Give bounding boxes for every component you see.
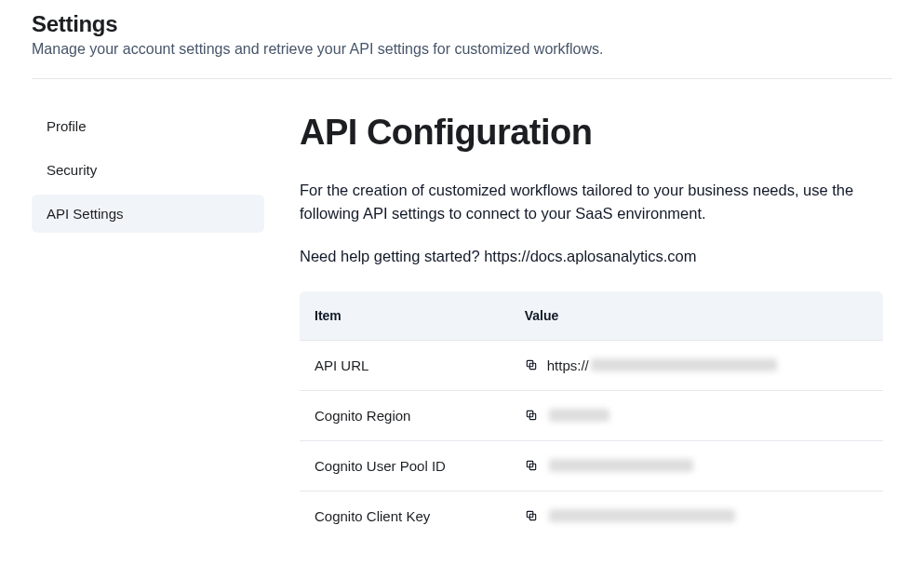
column-header-item: Item — [300, 291, 510, 341]
main-content: API Configuration For the creation of cu… — [281, 107, 892, 541]
value-prefix: https:// — [547, 357, 589, 373]
redacted-value — [549, 459, 693, 472]
item-cell: Cognito Region — [300, 390, 510, 440]
copy-button[interactable] — [525, 459, 538, 472]
column-header-value: Value — [510, 291, 883, 341]
table-row: Cognito Client Key — [300, 491, 883, 541]
main-description: For the creation of customized workflows… — [300, 179, 883, 225]
redacted-value — [549, 409, 609, 422]
redacted-value — [549, 509, 735, 522]
api-settings-table: Item Value API URL — [300, 291, 883, 541]
copy-button[interactable] — [525, 358, 538, 371]
value-text — [547, 509, 735, 522]
table-row: Cognito Region — [300, 390, 883, 440]
copy-icon — [525, 409, 538, 422]
copy-button[interactable] — [525, 509, 538, 522]
item-cell: Cognito User Pool ID — [300, 440, 510, 491]
sidebar-item-security[interactable]: Security — [32, 151, 264, 189]
value-text — [547, 459, 693, 472]
help-prefix: Need help getting started? — [300, 248, 484, 264]
value-text — [547, 409, 609, 422]
value-text: https:// — [547, 357, 777, 373]
copy-button[interactable] — [525, 409, 538, 422]
copy-icon — [525, 509, 538, 522]
item-cell: Cognito Client Key — [300, 491, 510, 541]
item-cell: API URL — [300, 340, 510, 390]
settings-sidebar: Profile Security API Settings — [32, 107, 281, 541]
redacted-value — [591, 358, 777, 371]
divider — [32, 78, 892, 79]
copy-icon — [525, 358, 538, 371]
sidebar-item-profile[interactable]: Profile — [32, 107, 264, 145]
help-line: Need help getting started? https://docs.… — [300, 248, 883, 265]
page-title: Settings — [32, 11, 892, 37]
help-link[interactable]: https://docs.aplosanalytics.com — [484, 248, 696, 264]
copy-icon — [525, 459, 538, 472]
page-subtitle: Manage your account settings and retriev… — [32, 41, 892, 58]
table-row: API URL https:// — [300, 340, 883, 390]
main-title: API Configuration — [300, 113, 883, 153]
table-row: Cognito User Pool ID — [300, 440, 883, 491]
sidebar-item-api-settings[interactable]: API Settings — [32, 195, 264, 233]
